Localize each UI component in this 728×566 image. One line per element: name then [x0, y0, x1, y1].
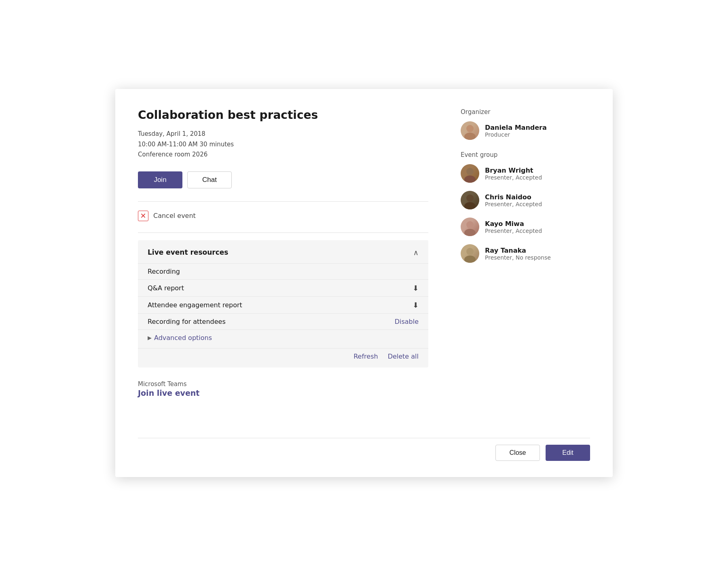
info-bryan: Bryan Wright Presenter, Accepted — [485, 167, 542, 181]
organizer-avatar — [461, 121, 479, 140]
action-buttons: Join Chat — [138, 171, 428, 188]
svg-point-2 — [466, 168, 474, 175]
organizer-role: Producer — [485, 131, 547, 138]
person-row-kayo: Kayo Miwa Presenter, Accepted — [461, 218, 590, 236]
role-chris: Presenter, Accepted — [485, 201, 542, 207]
avatar-bryan — [461, 164, 479, 183]
svg-point-0 — [466, 125, 474, 132]
resources-footer: Refresh Delete all — [138, 348, 428, 367]
ms-teams-label: Microsoft Teams — [138, 380, 428, 388]
refresh-link[interactable]: Refresh — [353, 353, 378, 360]
name-chris: Chris Naidoo — [485, 193, 542, 201]
avatar-chris — [461, 191, 479, 209]
resources-title: Live event resources — [148, 248, 228, 256]
organizer-info: Daniela Mandera Producer — [485, 124, 547, 138]
role-ray: Presenter, No response — [485, 254, 551, 261]
qa-label: Q&A report — [148, 284, 184, 292]
collapse-icon[interactable]: ∧ — [413, 248, 419, 257]
person-row-ray: Ray Tanaka Presenter, No response — [461, 244, 590, 263]
advanced-options-row: ▶ Advanced options — [138, 329, 428, 348]
svg-point-6 — [466, 221, 474, 228]
chat-button[interactable]: Chat — [187, 171, 232, 188]
name-bryan: Bryan Wright — [485, 167, 542, 174]
left-panel: Collaboration best practices Tuesday, Ap… — [138, 108, 453, 425]
advanced-options-link[interactable]: Advanced options — [154, 334, 212, 342]
event-group-section: Event group Bryan Wright Presenter, Acce… — [461, 151, 590, 263]
ms-teams-section: Microsoft Teams Join live event — [138, 380, 428, 397]
attendee-report-row: Attendee engagement report ⬇ — [138, 296, 428, 313]
info-kayo: Kayo Miwa Presenter, Accepted — [485, 220, 542, 234]
info-ray: Ray Tanaka Presenter, No response — [485, 247, 551, 261]
qa-download-icon[interactable]: ⬇ — [413, 284, 419, 292]
right-panel: Organizer Daniela Mandera Producer — [453, 108, 590, 425]
dialog-footer: Close Edit — [138, 438, 590, 461]
svg-point-1 — [464, 133, 476, 140]
recording-attendees-row: Recording for attendees Disable — [138, 313, 428, 329]
role-bryan: Presenter, Accepted — [485, 174, 542, 181]
organizer-label: Organizer — [461, 108, 590, 116]
svg-point-5 — [464, 202, 476, 209]
attendee-label: Attendee engagement report — [148, 301, 242, 309]
svg-point-4 — [466, 194, 474, 202]
person-row-bryan: Bryan Wright Presenter, Accepted — [461, 164, 590, 183]
close-button[interactable]: Close — [495, 445, 540, 461]
resources-card: Live event resources ∧ Recording Q&A rep… — [138, 240, 428, 367]
avatar-kayo — [461, 218, 479, 236]
event-location: Conference room 2026 — [138, 150, 428, 160]
resources-header: Live event resources ∧ — [138, 240, 428, 263]
name-kayo: Kayo Miwa — [485, 220, 542, 228]
name-ray: Ray Tanaka — [485, 247, 551, 254]
divider-1 — [138, 201, 428, 202]
event-group-label: Event group — [461, 151, 590, 158]
svg-point-9 — [464, 256, 476, 263]
svg-point-3 — [464, 175, 476, 183]
info-chris: Chris Naidoo Presenter, Accepted — [485, 193, 542, 207]
event-date: Tuesday, April 1, 2018 — [138, 129, 428, 139]
disable-link[interactable]: Disable — [395, 318, 419, 325]
event-dialog: Collaboration best practices Tuesday, Ap… — [115, 89, 613, 477]
role-kayo: Presenter, Accepted — [485, 228, 542, 234]
event-meta: Tuesday, April 1, 2018 10:00 AM-11:00 AM… — [138, 129, 428, 160]
recording-attendees-label: Recording for attendees — [148, 318, 226, 325]
event-time: 10:00 AM-11:00 AM 30 minutes — [138, 139, 428, 150]
svg-point-8 — [466, 248, 474, 255]
cancel-event-label[interactable]: Cancel event — [153, 212, 196, 220]
delete-all-link[interactable]: Delete all — [388, 353, 419, 360]
svg-point-7 — [464, 229, 476, 236]
divider-2 — [138, 232, 428, 233]
join-live-event-link[interactable]: Join live event — [138, 389, 199, 397]
event-title: Collaboration best practices — [138, 108, 428, 122]
recording-row: Recording — [138, 263, 428, 279]
attendee-download-icon[interactable]: ⬇ — [413, 301, 419, 309]
avatar-ray — [461, 244, 479, 263]
qa-report-row: Q&A report ⬇ — [138, 279, 428, 296]
cancel-event-row: ✕ Cancel event — [138, 209, 428, 223]
edit-button[interactable]: Edit — [546, 445, 590, 461]
recording-label: Recording — [148, 268, 180, 275]
advanced-triangle-icon: ▶ — [148, 335, 152, 341]
person-row-chris: Chris Naidoo Presenter, Accepted — [461, 191, 590, 209]
cancel-x-icon: ✕ — [138, 211, 148, 221]
join-button[interactable]: Join — [138, 171, 182, 188]
organizer-row: Daniela Mandera Producer — [461, 121, 590, 140]
organizer-section: Organizer Daniela Mandera Producer — [461, 108, 590, 140]
organizer-name: Daniela Mandera — [485, 124, 547, 131]
